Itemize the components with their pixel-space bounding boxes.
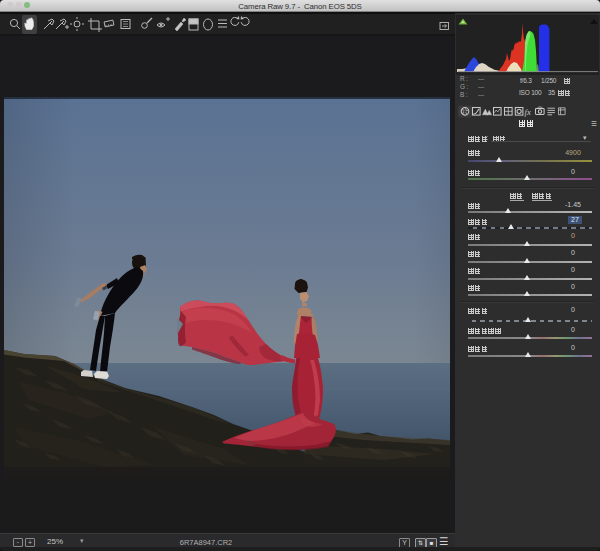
svg-text:fx: fx [525,107,531,117]
